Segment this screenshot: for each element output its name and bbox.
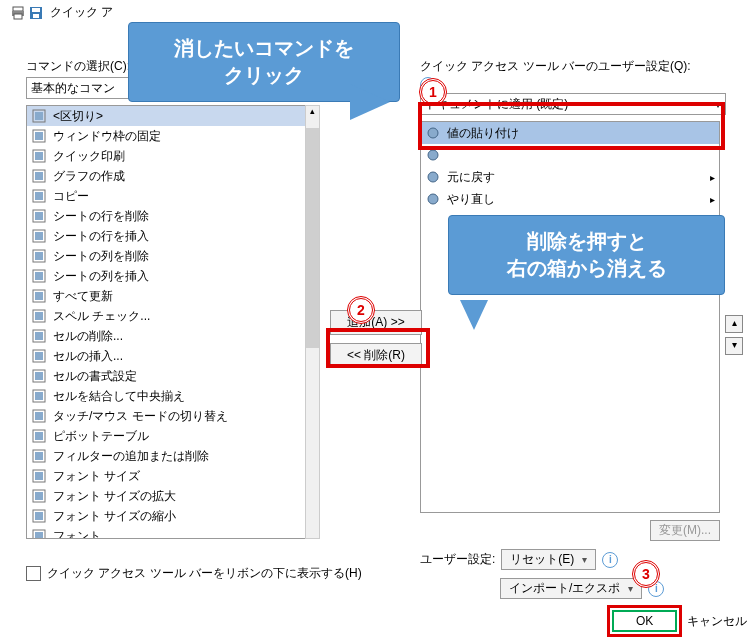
move-up-button[interactable]: ▴: [725, 315, 743, 333]
reset-button[interactable]: リセット(E): [501, 549, 596, 570]
svg-rect-4: [32, 8, 40, 12]
list-item-label: ウィンドウ枠の固定: [53, 128, 161, 145]
list-item[interactable]: セルを結合して中央揃え: [27, 386, 315, 406]
list-item[interactable]: 値の貼り付け: [421, 122, 719, 144]
font-grow-icon: [31, 488, 47, 504]
list-item[interactable]: フォント サイズ▸: [27, 466, 315, 486]
svg-rect-7: [35, 112, 43, 120]
scrollbar-thumb[interactable]: [306, 128, 319, 348]
list-item-label: セルを結合して中央揃え: [53, 388, 185, 405]
list-item-label: <区切り>: [53, 108, 103, 125]
list-item[interactable]: シートの行を挿入: [27, 226, 315, 246]
list-item[interactable]: すべて更新: [27, 286, 315, 306]
scrollbar[interactable]: ▴: [305, 105, 320, 539]
svg-rect-37: [35, 412, 43, 420]
list-item-label: シートの行を削除: [53, 208, 149, 225]
undo-icon: [425, 169, 441, 185]
list-item[interactable]: [421, 144, 719, 166]
list-item[interactable]: セルの削除...: [27, 326, 315, 346]
separator-icon: [425, 147, 441, 163]
dialog-header: クイック ア: [0, 0, 749, 21]
move-down-button[interactable]: ▾: [725, 337, 743, 355]
svg-rect-17: [35, 212, 43, 220]
list-item[interactable]: セルの挿入...: [27, 346, 315, 366]
list-item-label: グラフの作成: [53, 168, 125, 185]
list-item-label: やり直し: [447, 191, 495, 208]
save-icon: [28, 5, 44, 21]
list-item[interactable]: フィルターの追加または削除: [27, 446, 315, 466]
refresh-all-icon: [31, 288, 47, 304]
list-item[interactable]: グラフの作成: [27, 166, 315, 186]
separator-icon: [31, 108, 47, 124]
modify-button: 変更(M)...: [650, 520, 720, 541]
svg-point-54: [428, 128, 438, 138]
svg-rect-13: [35, 172, 43, 180]
svg-rect-49: [35, 532, 43, 539]
customize-qat-label: クイック アクセス ツール バーのユーザー設定(Q):: [420, 58, 720, 75]
svg-point-55: [428, 150, 438, 160]
pivot-table-icon: [31, 428, 47, 444]
list-item[interactable]: シートの列を挿入: [27, 266, 315, 286]
list-item[interactable]: やり直し▸: [421, 188, 719, 210]
list-item[interactable]: シートの列を削除: [27, 246, 315, 266]
list-item-label: フォント サイズ: [53, 468, 140, 485]
svg-rect-0: [13, 7, 23, 11]
font-icon: [31, 528, 47, 539]
list-item-label: すべて更新: [53, 288, 113, 305]
list-item[interactable]: フォント サイズの縮小: [27, 506, 315, 526]
chart-icon: [31, 168, 47, 184]
insert-cell-icon: [31, 348, 47, 364]
list-item[interactable]: セルの書式設定: [27, 366, 315, 386]
commands-listbox[interactable]: <区切り>ウィンドウ枠の固定▸クイック印刷グラフの作成コピーシートの行を削除シー…: [26, 105, 316, 539]
list-item-label: シートの列を挿入: [53, 268, 149, 285]
svg-point-57: [428, 194, 438, 204]
svg-rect-15: [35, 192, 43, 200]
add-button[interactable]: 追加(A) >>: [330, 310, 422, 335]
list-item[interactable]: フォント サイズの拡大: [27, 486, 315, 506]
list-item-label: セルの削除...: [53, 328, 123, 345]
list-item-label: ピボットテーブル: [53, 428, 149, 445]
callout-2-tail: [460, 300, 488, 330]
freeze-panes-icon: [31, 128, 47, 144]
list-item[interactable]: フォント▸: [27, 526, 315, 539]
list-item-label: シートの列を削除: [53, 248, 149, 265]
show-below-ribbon-checkbox[interactable]: [26, 566, 41, 581]
delete-row-icon: [31, 208, 47, 224]
svg-rect-39: [35, 432, 43, 440]
quick-print-icon: [31, 148, 47, 164]
list-item[interactable]: シートの行を削除: [27, 206, 315, 226]
font-size-icon: [31, 468, 47, 484]
info-icon[interactable]: i: [602, 552, 618, 568]
import-export-button[interactable]: インポート/エクスポ: [500, 578, 642, 599]
paste-values-icon: [425, 125, 441, 141]
cancel-button[interactable]: キャンセル: [687, 613, 747, 630]
list-item[interactable]: <区切り>: [27, 106, 315, 126]
list-item[interactable]: クイック印刷: [27, 146, 315, 166]
touch-mode-icon: [31, 408, 47, 424]
remove-button[interactable]: << 削除(R): [330, 343, 422, 368]
callout-2: 削除を押すと右の箱から消える: [448, 215, 725, 295]
user-settings-label: ユーザー設定:: [420, 551, 495, 568]
list-item[interactable]: コピー: [27, 186, 315, 206]
redo-icon: [425, 191, 441, 207]
delete-col-icon: [31, 248, 47, 264]
svg-rect-41: [35, 452, 43, 460]
list-item[interactable]: ピボットテーブル: [27, 426, 315, 446]
list-item-label: フォント: [53, 528, 101, 540]
list-item[interactable]: タッチ/マウス モードの切り替え▸: [27, 406, 315, 426]
chevron-down-icon: ▾: [715, 97, 721, 111]
annotation-marker-1: 1: [419, 78, 447, 106]
list-item-label: フォント サイズの拡大: [53, 488, 176, 505]
copy-icon: [31, 188, 47, 204]
list-item[interactable]: 元に戻す▸: [421, 166, 719, 188]
list-item-label: セルの書式設定: [53, 368, 137, 385]
svg-rect-35: [35, 392, 43, 400]
customize-qat-combo[interactable]: ドキュメントに適用 (既定) ▾: [420, 93, 726, 115]
list-item[interactable]: スペル チェック...: [27, 306, 315, 326]
svg-rect-2: [14, 14, 22, 19]
choose-commands-value: 基本的なコマン: [31, 80, 115, 97]
svg-rect-47: [35, 512, 43, 520]
ok-button[interactable]: OK: [612, 610, 677, 632]
list-item[interactable]: ウィンドウ枠の固定▸: [27, 126, 315, 146]
svg-rect-31: [35, 352, 43, 360]
